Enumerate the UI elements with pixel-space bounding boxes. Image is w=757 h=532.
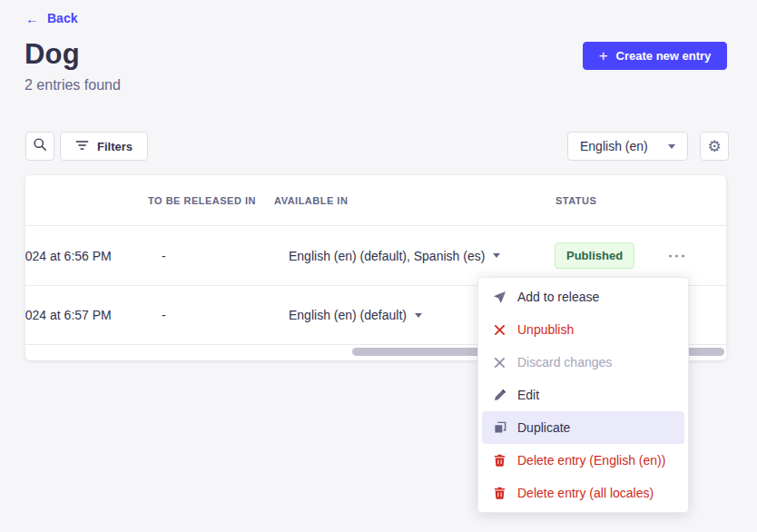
cross-icon [493,356,506,369]
cell-updated-at: 2024 at 6:56 PM [25,249,133,263]
menu-item-unpublish[interactable]: Unpublish [482,313,684,346]
menu-item-delete-entry-locale[interactable]: Delete entry (English (en)) [482,444,684,477]
menu-item-add-to-release[interactable]: Add to release [482,281,684,313]
gear-icon: ⚙ [707,139,721,154]
content-manager-page: ← Back Dog 2 entries found + Create new … [0,0,757,532]
filters-button[interactable]: Filters [60,132,148,161]
filters-label: Filters [97,140,133,153]
ellipsis-icon [669,254,672,257]
cell-to-be-released-in: - [162,308,166,322]
column-header-to-be-released-in[interactable]: TO BE RELEASED IN [148,175,256,226]
page-title: Dog [25,38,80,71]
column-header-status[interactable]: STATUS [555,175,596,226]
trash-icon [493,454,506,468]
arrow-left-icon: ← [25,12,39,25]
cell-available-in[interactable]: English (en) (default), Spanish (es) [289,249,500,263]
plus-icon: + [599,48,608,64]
column-header-available-in[interactable]: AVAILABLE IN [274,175,348,226]
menu-item-delete-entry-all-locales[interactable]: Delete entry (all locales) [482,477,684,509]
chevron-down-icon [668,144,675,149]
row-actions-menu: Add to release Unpublish Discard changes… [477,277,689,513]
chevron-down-icon [493,253,500,258]
cell-updated-at: 2024 at 6:57 PM [25,308,133,322]
cell-available-in[interactable]: English (en) (default) [289,308,422,322]
status-badge: Published [555,242,634,270]
row-actions-button[interactable] [665,251,688,261]
send-icon [493,291,506,304]
create-button-label: Create new entry [616,49,712,63]
settings-button[interactable]: ⚙ [700,132,729,161]
locale-select-value: English (en) [580,139,648,153]
search-icon [33,137,47,155]
menu-item-edit[interactable]: Edit [482,379,684,411]
cell-to-be-released-in: - [162,249,166,263]
trash-icon [493,487,506,500]
back-label: Back [47,11,77,25]
menu-item-discard-changes[interactable]: Discard changes [482,346,684,379]
duplicate-icon [493,421,506,435]
locale-select[interactable]: English (en) [567,132,688,161]
cross-icon [493,323,506,337]
table-header-row: TO BE RELEASED IN AVAILABLE IN STATUS [25,175,726,226]
menu-item-duplicate[interactable]: Duplicate [482,411,684,444]
create-new-entry-button[interactable]: + Create new entry [583,42,727,70]
pencil-icon [493,389,506,402]
chevron-down-icon [415,313,422,318]
filter-icon [75,140,89,153]
search-button[interactable] [25,132,54,161]
back-link[interactable]: ← Back [25,11,77,25]
entries-count: 2 entries found [25,77,121,94]
